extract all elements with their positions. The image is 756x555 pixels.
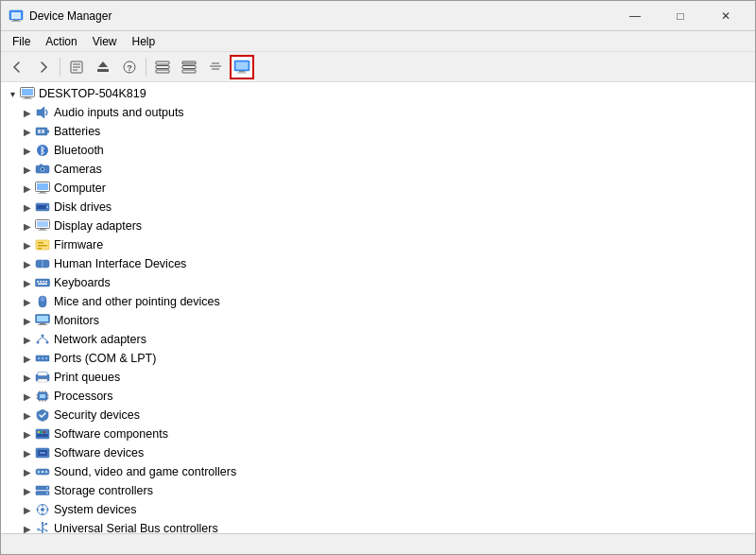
svg-marker-30 bbox=[37, 107, 44, 118]
svg-rect-82 bbox=[38, 379, 47, 382]
menu-action[interactable]: Action bbox=[38, 32, 84, 51]
svg-rect-54 bbox=[38, 245, 47, 247]
computer-item-arrow: ▶ bbox=[20, 181, 35, 196]
svg-rect-3 bbox=[11, 21, 21, 22]
svg-rect-58 bbox=[36, 279, 50, 286]
display-adapters-label: Display adapters bbox=[54, 219, 142, 233]
forward-button[interactable] bbox=[31, 55, 56, 79]
svg-rect-49 bbox=[37, 221, 48, 227]
menu-file[interactable]: File bbox=[5, 32, 38, 51]
batteries-item[interactable]: ▶ Batteries bbox=[1, 122, 755, 141]
display-adapters-item[interactable]: ▶ Display adapters bbox=[1, 217, 755, 235]
keyboards-arrow: ▶ bbox=[20, 275, 35, 290]
bluetooth-icon: ᛒ bbox=[35, 143, 50, 158]
sound-video-item[interactable]: ▶ Sound, video and game controllers bbox=[1, 462, 755, 481]
statusbar bbox=[1, 533, 755, 554]
bluetooth-item[interactable]: ▶ ᛒ Bluetooth bbox=[1, 141, 755, 160]
ports-item[interactable]: ▶ Ports (COM & LPT) bbox=[1, 349, 755, 368]
mice-item[interactable]: ▶ Mice and other pointing devices bbox=[1, 292, 755, 311]
svg-rect-60 bbox=[40, 281, 42, 283]
print-queues-arrow: ▶ bbox=[20, 370, 35, 385]
svg-rect-17 bbox=[182, 70, 196, 73]
disk-drives-arrow: ▶ bbox=[20, 199, 35, 215]
storage-controllers-item[interactable]: ▶ Storage controllers bbox=[1, 481, 755, 500]
svg-rect-25 bbox=[237, 72, 247, 73]
monitors-item[interactable]: ▶ Monitors bbox=[1, 311, 755, 330]
monitors-arrow: ▶ bbox=[20, 313, 35, 328]
software-devices-icon bbox=[35, 445, 50, 460]
system-devices-item[interactable]: ▶ System devices bbox=[1, 500, 755, 519]
processors-icon bbox=[35, 389, 50, 404]
svg-rect-16 bbox=[182, 65, 196, 68]
sound-video-icon bbox=[35, 464, 50, 479]
monitors-icon bbox=[35, 313, 50, 328]
svg-point-71 bbox=[42, 335, 44, 338]
svg-point-79 bbox=[45, 357, 47, 359]
device-manager-window: Device Manager — □ ✕ File Action View He… bbox=[0, 0, 756, 555]
tree-content[interactable]: ▾ DESKTOP-504K819 ▶ bbox=[1, 82, 755, 533]
hid-item[interactable]: ▶ Human Interface Devices bbox=[1, 254, 755, 273]
network-adapters-icon bbox=[35, 332, 50, 347]
software-components-item[interactable]: ▶ Software components bbox=[1, 425, 755, 443]
svg-rect-29 bbox=[23, 98, 32, 99]
software-devices-item[interactable]: ▶ Software devices bbox=[1, 443, 755, 462]
maximize-button[interactable]: □ bbox=[659, 1, 702, 31]
menu-help[interactable]: Help bbox=[125, 32, 163, 51]
audio-item[interactable]: ▶ Audio inputs and outputs bbox=[1, 103, 755, 122]
software-devices-label: Software devices bbox=[54, 446, 144, 460]
computer-item[interactable]: ▶ Computer bbox=[1, 179, 755, 198]
usb-controllers-item[interactable]: ▶ Universal Serial Bus controllers bbox=[1, 519, 755, 533]
close-button[interactable]: ✕ bbox=[704, 1, 747, 31]
bluetooth-arrow: ▶ bbox=[20, 143, 35, 158]
svg-rect-1 bbox=[11, 12, 21, 19]
firmware-item[interactable]: ▶ Firmware bbox=[1, 235, 755, 254]
toolbar: ? bbox=[1, 52, 755, 82]
storage-controllers-label: Storage controllers bbox=[54, 484, 153, 497]
svg-point-40 bbox=[42, 168, 43, 170]
minimize-button[interactable]: — bbox=[613, 1, 657, 31]
cameras-icon bbox=[35, 162, 50, 177]
svg-rect-43 bbox=[40, 192, 45, 193]
svg-rect-34 bbox=[42, 130, 44, 133]
disk-drives-item[interactable]: ▶ Disk drives bbox=[1, 198, 755, 217]
menu-view[interactable]: View bbox=[85, 32, 125, 51]
processors-item[interactable]: ▶ bbox=[1, 387, 755, 406]
root-node[interactable]: ▾ DESKTOP-504K819 bbox=[1, 84, 755, 103]
network-adapters-item[interactable]: ▶ Network adapters bbox=[1, 330, 755, 349]
disk-drives-icon bbox=[35, 199, 50, 215]
svg-rect-62 bbox=[45, 281, 47, 283]
mice-label: Mice and other pointing devices bbox=[54, 295, 220, 308]
view-monitor-button[interactable] bbox=[230, 55, 254, 79]
firmware-arrow: ▶ bbox=[20, 237, 35, 252]
audio-icon bbox=[35, 105, 50, 120]
usb-controllers-icon bbox=[35, 521, 50, 533]
update-driver-button[interactable] bbox=[91, 55, 115, 79]
svg-rect-13 bbox=[156, 65, 169, 68]
system-devices-label: System devices bbox=[54, 503, 137, 516]
svg-point-73 bbox=[46, 341, 49, 344]
keyboards-item[interactable]: ▶ Keyboards bbox=[1, 273, 755, 292]
help-button[interactable]: ? bbox=[117, 55, 142, 79]
svg-rect-50 bbox=[40, 229, 45, 230]
properties-button[interactable] bbox=[64, 55, 89, 79]
firmware-icon bbox=[35, 237, 50, 252]
svg-rect-14 bbox=[156, 70, 169, 73]
view-by-type-button[interactable] bbox=[150, 55, 175, 79]
svg-rect-63 bbox=[38, 284, 47, 286]
computer-label: Computer bbox=[54, 182, 106, 195]
svg-rect-39 bbox=[40, 165, 43, 166]
view-by-connection-button[interactable] bbox=[177, 55, 201, 79]
svg-text:?: ? bbox=[127, 63, 132, 73]
security-devices-item[interactable]: ▶ Security devices bbox=[1, 406, 755, 425]
view-resources-button[interactable] bbox=[203, 55, 228, 79]
print-queues-item[interactable]: ▶ Print queues bbox=[1, 368, 755, 387]
monitors-label: Monitors bbox=[54, 314, 99, 327]
keyboards-icon bbox=[35, 275, 50, 290]
svg-rect-68 bbox=[37, 316, 48, 321]
mice-arrow: ▶ bbox=[20, 294, 35, 309]
network-adapters-label: Network adapters bbox=[54, 333, 146, 346]
cameras-item[interactable]: ▶ Cameras bbox=[1, 160, 755, 179]
system-devices-arrow: ▶ bbox=[20, 502, 35, 517]
back-button[interactable] bbox=[5, 55, 29, 79]
display-adapters-arrow: ▶ bbox=[20, 218, 35, 234]
